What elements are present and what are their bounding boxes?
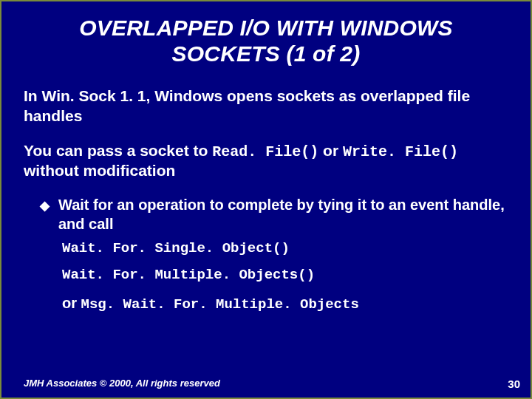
subline-1: Wait. For. Single. Object() bbox=[62, 236, 508, 260]
title-line-2: SOCKETS (1 of 2) bbox=[172, 41, 361, 66]
p2-pre: You can pass a socket to bbox=[24, 142, 212, 159]
sub3-code: Msg. Wait. For. Multiple. Objects bbox=[81, 296, 359, 313]
p2-code-1: Read. File() bbox=[212, 143, 318, 160]
bullet-1-text: Wait for an operation to complete by tyi… bbox=[58, 196, 508, 233]
subline-2: Wait. For. Multiple. Objects() bbox=[62, 263, 508, 287]
p2-mid: or bbox=[318, 142, 343, 159]
slide: OVERLAPPED I/O WITH WINDOWS SOCKETS (1 o… bbox=[0, 0, 532, 399]
sub3-or: or bbox=[62, 295, 81, 311]
diamond-icon: ◆ bbox=[40, 198, 50, 214]
title-line-1: OVERLAPPED I/O WITH WINDOWS bbox=[79, 16, 452, 40]
bullet-item-1: ◆ Wait for an operation to complete by t… bbox=[40, 196, 508, 233]
footer-copyright: JMH Associates © 2000, All rights reserv… bbox=[24, 378, 220, 389]
page-number: 30 bbox=[508, 378, 520, 390]
slide-title: OVERLAPPED I/O WITH WINDOWS SOCKETS (1 o… bbox=[24, 15, 508, 67]
subline-3: or Msg. Wait. For. Multiple. Objects bbox=[62, 290, 508, 316]
slide-body: In Win. Sock 1. 1, Windows opens sockets… bbox=[24, 86, 508, 316]
p2-post: without modification bbox=[24, 162, 175, 179]
paragraph-1: In Win. Sock 1. 1, Windows opens sockets… bbox=[24, 86, 508, 126]
p2-code-2: Write. File() bbox=[343, 143, 458, 160]
paragraph-2: You can pass a socket to Read. File() or… bbox=[24, 141, 508, 181]
bullet-list: ◆ Wait for an operation to complete by t… bbox=[40, 196, 508, 316]
